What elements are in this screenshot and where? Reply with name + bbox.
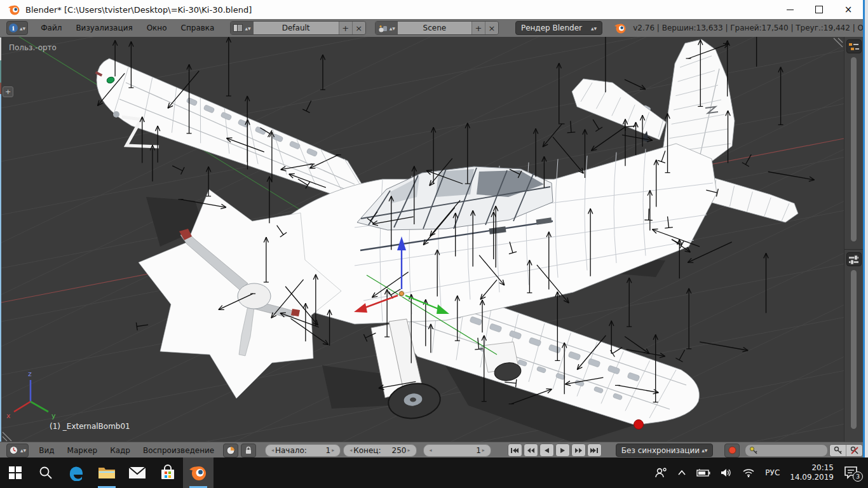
jump-to-end-button[interactable] (587, 444, 602, 457)
editor-type-selector[interactable]: i ▲▼ (6, 21, 28, 35)
close-button[interactable]: × (834, 0, 863, 19)
play-reverse-button[interactable] (539, 444, 554, 457)
taskbar-file-explorer[interactable] (92, 458, 122, 488)
screen-layout-delete-button[interactable]: × (352, 22, 365, 34)
scene-delete-button[interactable]: × (485, 22, 498, 34)
desktop-sliver (865, 0, 868, 458)
screen-layout-add-button[interactable]: + (339, 22, 352, 34)
decrement-arrow[interactable]: ◂ (430, 447, 432, 453)
scene-add-button[interactable]: + (471, 22, 485, 34)
red-nav-light (634, 420, 644, 430)
screen-layout-browse[interactable]: ▲▼ (231, 22, 253, 34)
language-indicator[interactable]: РУС (765, 468, 780, 477)
screen-layout-name[interactable]: Default (254, 22, 339, 34)
screen: Blender* [C:\Users\tvister\Desktop\=Ki-3… (0, 0, 868, 488)
volume-icon[interactable] (721, 468, 732, 477)
timeline-editor-selector[interactable]: ▲▼ (6, 444, 29, 458)
render-engine-select[interactable]: Рендер Blender ▲▼ (515, 21, 602, 35)
taskbar-blender[interactable] (183, 458, 214, 488)
lock-toggle[interactable] (241, 444, 256, 458)
frame-start-field[interactable]: ◂ Начало: 1 ▸ (265, 444, 341, 457)
timeline-header: ▲▼ Вид Маркер Кадр Воспроизведение ◂ Нач… (0, 442, 863, 458)
chevron-updown-icon: ▲▼ (591, 27, 597, 30)
auto-keyframe-record-button[interactable] (724, 444, 740, 458)
info-editor-icon: i (9, 24, 18, 32)
timeline-menu-playback[interactable]: Воспроизведение (143, 446, 214, 455)
decrement-arrow[interactable]: ◂ (349, 447, 352, 453)
taskbar-mail[interactable] (122, 458, 153, 488)
spinner (238, 283, 271, 309)
frame-end-field[interactable]: ◂ Конец: 250 ▸ (343, 444, 416, 457)
system-tray: РУС 20:15 14.09.2019 3 (649, 458, 868, 488)
collapsed-editors-strip (844, 37, 864, 442)
scene-statistics: v2.76 | Вершин:13,633 | Граней:17,540 | … (633, 24, 863, 32)
folder-icon (98, 465, 116, 480)
delete-keyframe-button[interactable] (846, 445, 862, 456)
lock-icon (245, 446, 252, 454)
blender-logo-icon (189, 463, 208, 482)
taskbar-edge[interactable] (61, 458, 92, 488)
insert-keyframe-button[interactable] (830, 445, 846, 456)
scene-name[interactable]: Scene (398, 22, 471, 34)
maximize-button[interactable] (804, 0, 834, 19)
menu-render[interactable]: Визуализация (76, 24, 132, 32)
network-icon[interactable] (742, 468, 755, 477)
clock-time: 20:15 (790, 463, 834, 473)
active-object-label: (1) _ExternalBomb01 (50, 422, 130, 431)
menu-help[interactable]: Справка (181, 24, 215, 32)
svg-text:z: z (28, 370, 32, 378)
minimize-button[interactable] (775, 0, 804, 19)
properties-editor-button[interactable] (846, 252, 862, 266)
taskbar-store[interactable] (153, 458, 183, 488)
play-button[interactable] (555, 444, 570, 457)
windows-taskbar: РУС 20:15 14.09.2019 3 (0, 458, 868, 488)
next-keyframe-button[interactable] (571, 444, 586, 457)
windows-logo-icon (8, 466, 22, 480)
store-icon (159, 464, 176, 481)
sync-mode-select[interactable]: Без синхронизации ▲▼ (616, 444, 714, 457)
record-icon (728, 446, 736, 454)
decrement-arrow[interactable]: ◂ (271, 447, 274, 453)
hidden-icons-chevron[interactable] (677, 470, 686, 476)
properties-icon (848, 255, 860, 264)
timeline-menu-marker[interactable]: Маркер (67, 446, 98, 455)
svg-text:y: y (51, 412, 56, 420)
chevron-updown-icon: ▲▼ (245, 27, 250, 30)
keying-set-field[interactable] (745, 444, 828, 457)
outliner-editor-button[interactable] (846, 39, 862, 53)
aircraft-model (95, 39, 798, 430)
edge-icon (68, 464, 85, 481)
taskbar-clock[interactable]: 20:15 14.09.2019 (790, 463, 834, 482)
increment-arrow[interactable]: ▸ (332, 447, 334, 453)
mini-axis-gizmo: z x y (6, 370, 56, 420)
increment-arrow[interactable]: ▸ (408, 447, 410, 453)
blender-logo-icon (614, 22, 627, 34)
scene-browse[interactable]: ▲▼ (376, 22, 398, 34)
start-button[interactable] (0, 458, 31, 488)
timeline-menu-view[interactable]: Вид (39, 446, 54, 455)
properties-collapsed (844, 250, 864, 442)
menu-file[interactable]: Файл (41, 24, 62, 32)
window-title: Blender* [C:\Users\tvister\Desktop\=Ki-3… (25, 5, 252, 15)
current-frame-field[interactable]: ◂ 1 ▸ (423, 444, 491, 457)
time-indicator-toggle[interactable] (223, 444, 238, 458)
info-header: i ▲▼ Файл Визуализация Окно Справка ▲▼ D… (0, 19, 863, 37)
menu-window[interactable]: Окно (147, 24, 167, 32)
keying-buttons (829, 444, 863, 457)
jump-to-start-button[interactable] (508, 444, 522, 457)
previous-keyframe-button[interactable] (524, 444, 538, 457)
viewport-3d[interactable]: z x y (1, 37, 844, 442)
timeline-menu-frame[interactable]: Кадр (110, 446, 130, 455)
scrollbar[interactable] (851, 270, 857, 429)
viewport-canvas: z x y (1, 37, 844, 442)
search-button[interactable] (31, 458, 61, 488)
scrollbar[interactable] (851, 57, 857, 241)
chevron-updown-icon: ▲▼ (20, 27, 25, 30)
scene-icon (378, 24, 388, 32)
people-icon[interactable] (654, 467, 667, 478)
mail-icon (128, 466, 146, 479)
battery-icon[interactable] (696, 469, 710, 477)
increment-arrow[interactable]: ▸ (482, 447, 485, 453)
toolshelf-expand-button[interactable]: + (3, 86, 13, 97)
action-center-button[interactable]: 3 (844, 466, 859, 480)
